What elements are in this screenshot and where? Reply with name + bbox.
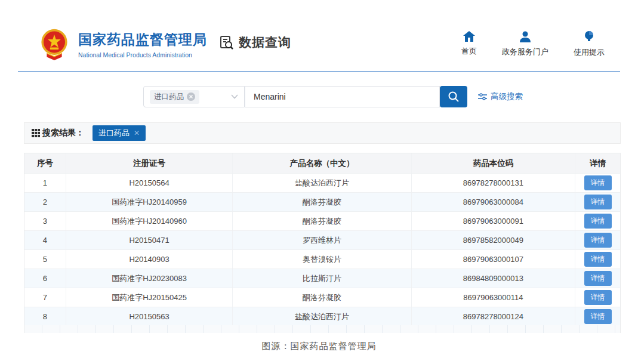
top-nav: 首页 政务服务门户 使用提示: [461, 31, 605, 58]
table-row: 4H20150471罗西维林片86978582000049详情: [24, 230, 620, 249]
row-product-code: 86979063000107: [412, 250, 575, 269]
filter-tag-close-icon[interactable]: ✕: [134, 129, 140, 137]
row-index: 8: [24, 307, 66, 326]
row-cert-no: 国药准字HJ20230083: [66, 269, 233, 288]
page: 国家药品监督管理局 National Medical Products Admi…: [0, 0, 638, 364]
col-header-detail: 详情: [575, 153, 620, 173]
row-detail-cell: 详情: [575, 174, 620, 192]
row-index: 3: [24, 212, 66, 230]
row-product-name: 盐酸达泊西汀片: [233, 174, 411, 192]
col-header-product-name: 产品名称（中文）: [233, 153, 411, 173]
row-cert-no: H20150564: [66, 174, 233, 192]
detail-button[interactable]: 详情: [584, 175, 612, 190]
nav-item-portal[interactable]: 政务服务门户: [502, 31, 548, 58]
row-detail-cell: 详情: [575, 212, 620, 230]
site-logo: 国家药品监督管理局 National Medical Products Admi…: [38, 27, 207, 61]
detail-button[interactable]: 详情: [584, 214, 612, 229]
table-row: 8H20150563盐酸达泊西汀片86978278000124详情: [24, 307, 620, 326]
row-cert-no: H20150471: [66, 231, 233, 249]
row-detail-cell: 详情: [575, 307, 620, 326]
row-index: 4: [24, 231, 66, 249]
table-row: 7国药准字HJ20150425酮洛芬凝胶86979063000114详情: [24, 288, 620, 307]
site-title-block: 国家药品监督管理局 National Medical Products Admi…: [78, 30, 207, 58]
national-emblem-icon: [38, 27, 70, 61]
row-index: 6: [24, 269, 66, 288]
row-product-name: 酮洛芬凝胶: [233, 288, 411, 307]
grid-icon: [32, 129, 40, 137]
table-row: 3国药准字HJ20140960酮洛芬凝胶86979063000091详情: [24, 211, 620, 230]
row-cert-no: 国药准字HJ20150425: [66, 288, 233, 307]
search-input[interactable]: [245, 86, 440, 107]
search-icon: [448, 91, 460, 103]
category-tag: 进口药品: [150, 90, 199, 104]
detail-button[interactable]: 详情: [584, 233, 612, 248]
results-label: 搜索结果：: [32, 128, 84, 138]
detail-button[interactable]: 详情: [584, 271, 612, 286]
col-header-cert-no: 注册证号: [66, 153, 233, 173]
org-name-cn: 国家药品监督管理局: [78, 30, 207, 49]
row-detail-cell: 详情: [575, 193, 620, 211]
advanced-search-label: 高级搜索: [491, 91, 523, 102]
header-divider: [18, 71, 620, 72]
row-cert-no: 国药准字HJ20140960: [66, 212, 233, 230]
home-icon: [463, 31, 475, 42]
nav-item-home[interactable]: 首页: [461, 31, 477, 58]
org-name-en: National Medical Products Administration: [78, 51, 207, 58]
row-index: 7: [24, 288, 66, 307]
search-button[interactable]: [440, 86, 467, 107]
row-product-code: 86979063000084: [412, 193, 575, 211]
col-header-product-code: 药品本位码: [412, 153, 575, 173]
row-detail-cell: 详情: [575, 269, 620, 288]
app-title: 数据查询: [218, 34, 291, 51]
table-row: 2国药准字HJ20140959酮洛芬凝胶86979063000084详情: [24, 192, 620, 211]
row-product-code: 86978582000049: [412, 231, 575, 249]
active-filter-tag[interactable]: 进口药品 ✕: [93, 125, 146, 141]
row-product-name: 酮洛芬凝胶: [233, 212, 411, 230]
data-query-icon: [218, 35, 235, 51]
results-label-text: 搜索结果：: [42, 128, 84, 138]
chevron-down-icon: [231, 94, 238, 99]
row-detail-cell: 详情: [575, 288, 620, 307]
tag-remove-icon[interactable]: [187, 92, 195, 101]
table-body: 1H20150564盐酸达泊西汀片86978278000131详情2国药准字HJ…: [24, 173, 620, 326]
row-product-name: 酮洛芬凝胶: [233, 193, 411, 211]
row-product-code: 86979063000114: [412, 288, 575, 307]
results-table: 序号 注册证号 产品名称（中文） 药品本位码 详情 1H20150564盐酸达泊…: [24, 153, 621, 326]
row-product-name: 奥替溴铵片: [233, 250, 411, 269]
app-title-label: 数据查询: [239, 34, 291, 51]
filter-tag-label: 进口药品: [98, 128, 130, 138]
row-cert-no: H20140903: [66, 250, 233, 269]
table-header-row: 序号 注册证号 产品名称（中文） 药品本位码 详情: [24, 153, 620, 173]
search-category-select[interactable]: 进口药品: [143, 86, 245, 107]
row-index: 1: [24, 174, 66, 192]
row-product-name: 盐酸达泊西汀片: [233, 307, 411, 326]
nav-item-tips[interactable]: 使用提示: [574, 31, 605, 58]
row-detail-cell: 详情: [575, 250, 620, 269]
filter-sliders-icon: [478, 92, 487, 101]
table-bottom-strip: [24, 325, 621, 333]
row-index: 5: [24, 250, 66, 269]
nav-label-home: 首页: [461, 46, 477, 57]
row-product-code: 86978278000131: [412, 174, 575, 192]
row-product-code: 86979063000091: [412, 212, 575, 230]
table-row: 1H20150564盐酸达泊西汀片86978278000131详情: [24, 173, 620, 192]
results-bar: 搜索结果： 进口药品 ✕: [24, 122, 621, 144]
category-tag-label: 进口药品: [154, 92, 184, 102]
detail-button[interactable]: 详情: [584, 252, 612, 267]
row-index: 2: [24, 193, 66, 211]
bulb-icon: [584, 31, 594, 43]
row-cert-no: 国药准字HJ20140959: [66, 193, 233, 211]
detail-button[interactable]: 详情: [584, 195, 612, 209]
row-product-name: 比拉斯汀片: [233, 269, 411, 288]
row-detail-cell: 详情: [575, 231, 620, 249]
detail-button[interactable]: 详情: [584, 309, 612, 324]
user-icon: [519, 31, 531, 42]
image-source-caption: 图源：国家药品监督管理局: [0, 341, 638, 352]
detail-button[interactable]: 详情: [584, 290, 612, 305]
row-product-code: 86984809000013: [412, 269, 575, 288]
row-product-name: 罗西维林片: [233, 231, 411, 249]
row-product-code: 86978278000124: [412, 307, 575, 326]
nav-label-tips: 使用提示: [574, 47, 605, 58]
advanced-search-link[interactable]: 高级搜索: [478, 91, 523, 102]
row-cert-no: H20150563: [66, 307, 233, 326]
